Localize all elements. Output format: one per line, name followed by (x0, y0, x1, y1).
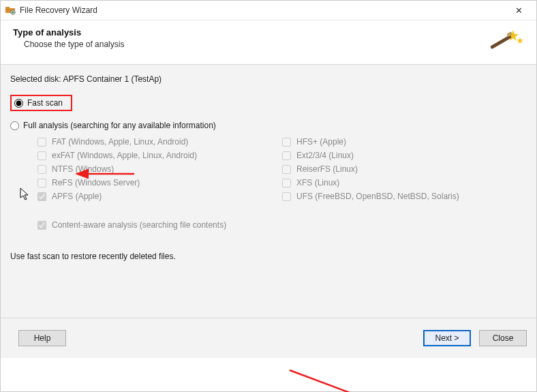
titlebar: File Recovery Wizard ✕ (1, 1, 536, 20)
filesystem-option[interactable]: Ext2/3/4 (Linux) (282, 151, 527, 160)
filesystem-label: UFS (FreeBSD, OpenBSD, NetBSD, Solaris) (296, 192, 459, 201)
svg-rect-5 (490, 35, 512, 49)
filesystem-option[interactable]: NTFS (Windows) (37, 164, 282, 174)
fast-scan-radio[interactable] (14, 99, 23, 108)
filesystem-checkbox[interactable] (282, 192, 291, 201)
hint-text: Use fast scan to restore recently delete… (10, 252, 527, 261)
filesystem-checkbox[interactable] (37, 151, 46, 160)
filesystem-checkbox[interactable] (37, 192, 46, 201)
selected-disk-label: Selected disk: APFS Container 1 (TestAp) (10, 74, 527, 84)
help-button[interactable]: Help (18, 330, 66, 346)
cursor-icon (20, 187, 31, 203)
footer: Help Next > Close (1, 318, 536, 358)
next-button[interactable]: Next > (423, 330, 471, 346)
filesystem-checkbox[interactable] (37, 138, 46, 147)
filesystem-checkbox[interactable] (37, 165, 46, 174)
filesystem-option[interactable]: XFS (Linux) (282, 178, 527, 187)
filesystem-option[interactable]: UFS (FreeBSD, OpenBSD, NetBSD, Solaris) (282, 192, 527, 201)
filesystem-label: exFAT (Windows, Apple, Linux, Android) (52, 151, 197, 160)
filesystem-option[interactable]: FAT (Windows, Apple, Linux, Android) (37, 137, 282, 147)
full-analysis-radio[interactable] (10, 121, 19, 130)
fast-scan-label: Fast scan (27, 98, 63, 108)
close-icon: ✕ (515, 5, 523, 16)
filesystem-option[interactable]: ReFS (Windows Server) (37, 178, 282, 187)
filesystem-option[interactable]: APFS (Apple) (37, 192, 282, 201)
full-analysis-option[interactable]: Full analysis (searching for any availab… (10, 121, 527, 130)
filesystem-label: ReFS (Windows Server) (52, 178, 140, 187)
filesystem-label: Ext2/3/4 (Linux) (296, 151, 354, 160)
filesystem-checkbox[interactable] (282, 165, 291, 174)
filesystem-label: ReiserFS (Linux) (296, 164, 358, 174)
filesystem-checkbox[interactable] (282, 179, 291, 187)
filesystem-checkbox[interactable] (37, 179, 46, 187)
filesystem-label: FAT (Windows, Apple, Linux, Android) (52, 137, 188, 147)
wizard-window: File Recovery Wizard ✕ Type of analysis … (0, 0, 537, 392)
content-aware-option[interactable]: Content-aware analysis (searching file c… (37, 220, 527, 230)
filesystem-label: XFS (Linux) (296, 178, 339, 187)
full-analysis-label: Full analysis (searching for any availab… (23, 121, 216, 130)
svg-line-8 (290, 370, 403, 392)
app-icon (5, 5, 16, 16)
content-aware-label: Content-aware analysis (searching file c… (52, 220, 226, 230)
filesystem-option[interactable]: exFAT (Windows, Apple, Linux, Android) (37, 151, 282, 160)
svg-marker-4 (517, 37, 523, 44)
filesystem-checkbox[interactable] (282, 138, 291, 147)
content-aware-checkbox[interactable] (37, 221, 46, 230)
annotation-arrow-icon (287, 367, 423, 392)
window-title: File Recovery Wizard (20, 5, 505, 15)
filesystem-option[interactable]: ReiserFS (Linux) (282, 164, 527, 174)
body: Selected disk: APFS Container 1 (TestAp)… (1, 65, 536, 358)
header: Type of analysis Choose the type of anal… (1, 20, 536, 64)
filesystem-option[interactable]: HFS+ (Apple) (282, 137, 527, 147)
fast-scan-option[interactable]: Fast scan (10, 95, 527, 111)
close-button[interactable]: Close (479, 330, 527, 346)
page-subtitle: Choose the type of analysis (24, 40, 486, 49)
filesystem-grid: FAT (Windows, Apple, Linux, Android)exFA… (37, 133, 527, 205)
filesystem-label: APFS (Apple) (52, 192, 102, 201)
filesystem-checkbox[interactable] (282, 151, 291, 160)
window-close-button[interactable]: ✕ (505, 1, 532, 20)
filesystem-label: NTFS (Windows) (52, 164, 114, 174)
filesystem-label: HFS+ (Apple) (296, 137, 346, 147)
svg-rect-1 (5, 7, 10, 9)
page-title: Type of analysis (13, 27, 486, 37)
wizard-wand-icon (486, 27, 524, 55)
